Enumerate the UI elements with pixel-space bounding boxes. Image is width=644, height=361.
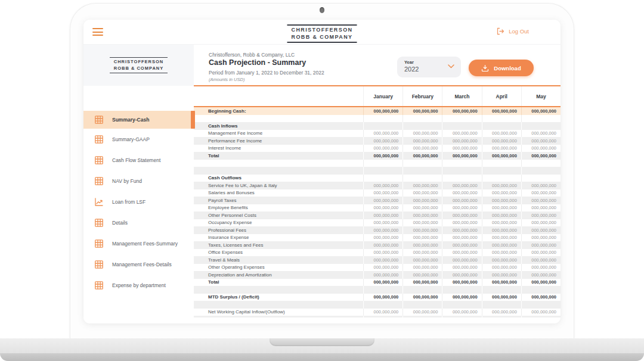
table-grid-icon [94, 260, 104, 269]
row-value: 000,000,000 [442, 264, 481, 272]
row-value: 000,000,000 [442, 309, 481, 316]
sidebar-item[interactable]: Expense by department [83, 275, 194, 295]
table-row: Depreciation and Amortization000,000,000… [194, 271, 561, 279]
row-value: 000,000,000 [363, 256, 402, 264]
table-row: Professional Fees000,000,000000,000,0000… [194, 226, 561, 234]
table-row: Beginning Cash:000,000,000000,000,000000… [194, 107, 561, 115]
row-value [521, 316, 561, 318]
company-name: Christofferson, Robb & Company, LLC [209, 52, 295, 58]
row-value: 000,000,000 [521, 145, 561, 153]
column-header: February [402, 86, 442, 106]
row-label: Interest Income [194, 145, 363, 151]
row-label: Professional Fees [194, 228, 363, 233]
sidebar-item[interactable]: Summary-GAAP [83, 129, 194, 150]
row-value: 000,000,000 [482, 145, 521, 153]
year-dropdown[interactable]: Year 2022 [397, 57, 461, 77]
row-value: 000,000,000 [363, 279, 402, 287]
sidebar-item[interactable]: Cash Flow Statement [83, 150, 194, 170]
table-row: MTD Surplus / (Deficit)000,000,000000,00… [194, 294, 561, 301]
row-value: 000,000,000 [482, 264, 521, 272]
period-text: Period from January 1, 2022 to December … [209, 70, 324, 76]
row-value: 000,000,000 [521, 256, 561, 264]
row-value: 000,000,000 [363, 211, 402, 219]
table-row: Occupancy Expense000,000,000000,000,0000… [194, 219, 561, 227]
row-value: 000,000,000 [363, 226, 402, 234]
row-value: 000,000,000 [363, 145, 402, 153]
row-value: 000,000,000 [402, 197, 442, 204]
top-bar: CHRISTOFFERSON ROBB & COMPANY Log Out [83, 20, 561, 45]
table-row: Employee Benefits000,000,000000,000,0000… [194, 204, 561, 212]
row-label: Service Fee to UK, Japan & Italy [194, 183, 363, 188]
row-value: 000,000,000 [482, 271, 521, 279]
row-value: 000,000,000 [402, 256, 442, 264]
row-value: 000,000,000 [442, 197, 481, 204]
row-value: 000,000,000 [363, 309, 402, 316]
row-value: 000,000,000 [363, 219, 402, 227]
column-header: March [442, 86, 481, 106]
sidebar-item-label: Cash Flow Statement [112, 157, 160, 163]
row-value [521, 175, 561, 182]
row-value: 000,000,000 [442, 249, 481, 257]
row-value [363, 301, 402, 309]
table-row: Interest Income000,000,000000,000,000000… [194, 145, 561, 153]
row-value [482, 286, 521, 294]
row-label: Salaries and Bonuses [194, 190, 363, 195]
row-value: 000,000,000 [521, 271, 561, 279]
row-label: Management Fee Income [194, 130, 363, 136]
sidebar-item[interactable]: Management Fees-Summary [83, 233, 194, 254]
download-button[interactable]: Download [469, 60, 534, 76]
row-value: 000,000,000 [521, 309, 561, 316]
row-value: 000,000,000 [363, 182, 402, 189]
row-value: 000,000,000 [442, 241, 481, 249]
row-value [402, 115, 442, 123]
sidebar-item[interactable]: Summary-Cash [83, 111, 194, 129]
row-value: 000,000,000 [482, 182, 521, 189]
row-label: Occupancy Expense [194, 220, 363, 225]
table-grid-icon [94, 218, 104, 228]
sidebar-item-label: Summary-Cash [112, 117, 149, 123]
laptop-base-bottom [0, 353, 644, 361]
row-value: 000,000,000 [402, 130, 442, 138]
row-value: 000,000,000 [402, 294, 442, 301]
hamburger-menu-icon[interactable] [92, 28, 103, 36]
sidebar-item[interactable]: Loan from LSF [83, 191, 194, 212]
sidebar-item-label: Loan from LSF [112, 199, 145, 205]
year-dropdown-value: 2022 [404, 66, 454, 73]
row-value [442, 301, 481, 309]
row-value: 000,000,000 [482, 197, 521, 204]
table-row [194, 316, 561, 318]
table-body: Beginning Cash:000,000,000000,000,000000… [194, 107, 561, 318]
row-value: 000,000,000 [442, 219, 481, 227]
row-label: Taxes, Licenses and Fees [194, 242, 363, 248]
sidebar-item[interactable]: Management Fees-Details [83, 254, 194, 275]
table-row: Insurance Expense000,000,000000,000,0000… [194, 234, 561, 242]
row-value [521, 160, 561, 167]
logout-button[interactable]: Log Out [497, 27, 529, 35]
row-value [482, 122, 521, 130]
row-value: 000,000,000 [482, 204, 521, 212]
row-label: Cash Inflows [194, 123, 363, 129]
row-value [402, 301, 442, 309]
row-value: 000,000,000 [442, 107, 481, 115]
sidebar-item[interactable]: Details [83, 212, 194, 233]
row-value: 000,000,000 [442, 137, 481, 145]
row-value: 000,000,000 [402, 145, 442, 153]
row-label: Other Personnel Costs [194, 213, 363, 218]
row-value: 000,000,000 [442, 189, 481, 197]
column-header: May [521, 86, 561, 106]
row-value: 000,000,000 [402, 309, 442, 316]
laptop-camera [320, 7, 324, 13]
row-value: 000,000,000 [482, 107, 521, 115]
row-label: Total [194, 153, 363, 158]
logout-icon [497, 27, 504, 35]
row-value [442, 115, 481, 123]
row-value: 000,000,000 [402, 189, 442, 197]
sidebar-menu: Summary-Cash Summary-GAAP Cash Flow Stat… [83, 111, 194, 295]
row-value [402, 160, 442, 167]
row-value: 000,000,000 [521, 249, 561, 257]
row-value [402, 316, 442, 318]
table-row: Salaries and Bonuses000,000,000000,000,0… [194, 189, 561, 197]
chevron-down-icon [448, 64, 454, 69]
sidebar-item[interactable]: NAV by Fund [83, 170, 194, 191]
row-value [402, 167, 442, 175]
